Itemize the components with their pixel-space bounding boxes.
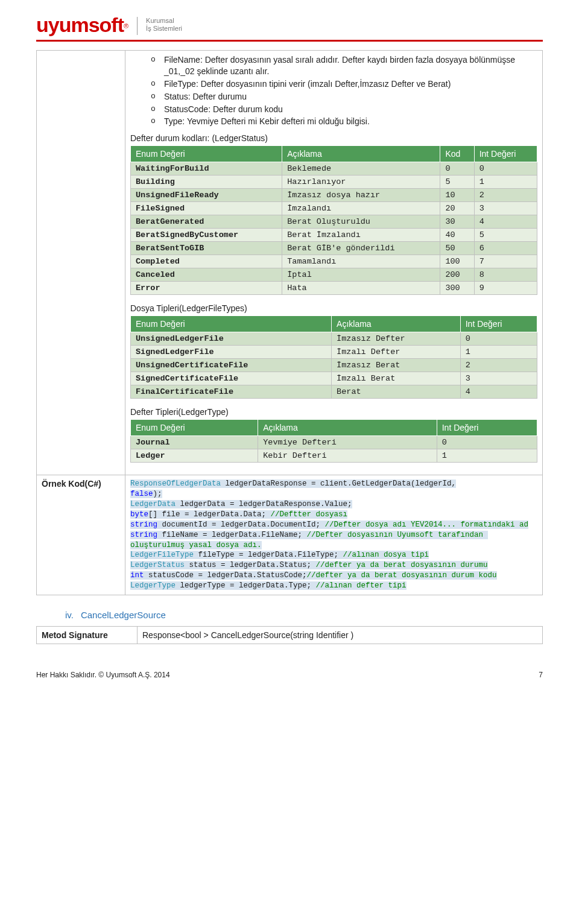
code-label: Örnek Kod(C#)	[37, 475, 125, 595]
code-token: //Deftter dosyası	[271, 510, 348, 519]
td: İmzasız Defter	[332, 332, 461, 346]
td: BeratSignedByCustomer	[131, 229, 282, 242]
td: İptal	[282, 268, 440, 282]
td: 9	[474, 282, 537, 295]
td: FinalCertificateFile	[131, 385, 332, 399]
td: UnsignedFileReady	[131, 189, 282, 202]
method-label: Metod Signature	[37, 626, 138, 644]
code-token: //defter ya da berat dosyasının durum ko…	[307, 571, 497, 580]
td: Error	[131, 282, 282, 295]
td: 30	[440, 215, 474, 229]
list-item: FileType: Defter dosyasının tipini verir…	[151, 78, 537, 90]
tagline-line2: İş Sistemleri	[146, 25, 182, 33]
td: 10	[440, 189, 474, 202]
td: Completed	[131, 255, 282, 268]
td: 50	[440, 242, 474, 255]
code-token: int	[130, 571, 144, 580]
td: 8	[474, 268, 537, 282]
tagline: Kurumsal İş Sistemleri	[146, 17, 182, 33]
th: Kod	[440, 146, 474, 162]
code-token: string	[130, 521, 157, 529]
code-token: byte	[130, 510, 148, 519]
td: 200	[440, 268, 474, 282]
td: Berat Oluşturuldu	[282, 215, 440, 229]
vertical-separator	[137, 17, 138, 35]
code-token: LedgerData	[130, 500, 176, 508]
brand-logo: uyumsoft	[36, 13, 124, 36]
ledger-type-table: Enum Değeri Açıklama Int Değeri JournalY…	[130, 419, 537, 463]
section-roman: iv.	[65, 610, 74, 620]
code-token: LedgerType	[130, 581, 176, 590]
th: Int Değeri	[474, 146, 537, 162]
td: BeratGenerated	[131, 215, 282, 229]
td: 0	[474, 162, 537, 176]
method-value: Response<bool > CancelLedgerSource(strin…	[138, 626, 543, 644]
code-block: ResponseOfLedgerData ledgerDataResponse …	[130, 479, 537, 591]
footer: Her Hakkı Saklıdır. © Uyumsoft A.Ş. 2014…	[36, 668, 543, 679]
td: 0	[437, 436, 537, 449]
code-token: //alınan dosya tipi	[343, 551, 429, 559]
code-token: status = ledgerData.Status;	[185, 561, 316, 569]
td: 4	[474, 215, 537, 229]
section-heading: iv.CancelLedgerSource	[65, 610, 543, 620]
td: Berat	[332, 385, 461, 399]
list-item: StatusCode: Defter durum kodu	[151, 104, 537, 115]
code-token: ledgerDataResponse = client.GetLedgerDat…	[221, 479, 456, 488]
desc-label-cell	[37, 51, 125, 475]
th: Enum Değeri	[131, 420, 258, 436]
td: 5	[440, 176, 474, 189]
td: BeratSentToGIB	[131, 242, 282, 255]
td: Berat GİB'e gönderildi	[282, 242, 440, 255]
footer-page-number: 7	[539, 671, 543, 679]
td: 40	[440, 229, 474, 242]
td: 3	[474, 202, 537, 215]
td: UnsignedCertificateFile	[131, 359, 332, 372]
th: Enum Değeri	[131, 316, 332, 332]
td: Tamamlandı	[282, 255, 440, 268]
code-token: statusCode = ledgerData.StatusCode;	[144, 571, 307, 580]
code-cell: ResponseOfLedgerData ledgerDataResponse …	[125, 475, 543, 595]
td: Ledger	[131, 449, 258, 463]
code-token: //alınan defter tipi	[316, 581, 407, 590]
td: 20	[440, 202, 474, 215]
td: SignedLedgerFile	[131, 346, 332, 359]
td: 1	[437, 449, 537, 463]
td: İmzalı Berat	[332, 372, 461, 385]
header-rule	[36, 40, 543, 42]
code-token: documentId = ledgerData.DocumentId;	[157, 521, 325, 529]
list-item: Status: Defter durumu	[151, 91, 537, 103]
ledger-status-title: Defter durum kodları: (LedgerStatus)	[130, 133, 537, 143]
main-content-table: FileName: Defter dosyasının yasal sıralı…	[36, 50, 543, 595]
tagline-line1: Kurumsal	[146, 17, 182, 25]
code-token: LedgerStatus	[130, 561, 185, 569]
desc-content-cell: FileName: Defter dosyasının yasal sıralı…	[125, 51, 543, 475]
th: Int Değeri	[437, 420, 537, 436]
bullet-list: FileName: Defter dosyasının yasal sıralı…	[130, 54, 537, 127]
td: Berat İmzalandı	[282, 229, 440, 242]
td: Beklemede	[282, 162, 440, 176]
file-types-table: Enum Değeri Açıklama Int Değeri Unsigned…	[130, 315, 537, 399]
code-token: ledgerType = ledgerData.Type;	[176, 581, 316, 590]
td: 3	[460, 372, 537, 385]
td: 6	[474, 242, 537, 255]
brand-block: uyumsoft®	[36, 14, 128, 35]
file-types-title: Dosya Tipleri(LedgerFileTypes)	[130, 303, 537, 313]
th: Açıklama	[332, 316, 461, 332]
td: WaitingForBuild	[131, 162, 282, 176]
td: 2	[460, 359, 537, 372]
code-token: ResponseOfLedgerData	[130, 479, 221, 488]
td: 0	[460, 332, 537, 346]
td: 7	[474, 255, 537, 268]
registered-icon: ®	[124, 22, 128, 30]
td: UnsignedLedgerFile	[131, 332, 332, 346]
td: 5	[474, 229, 537, 242]
td: 1	[460, 346, 537, 359]
th: Açıklama	[282, 146, 440, 162]
td: Yevmiye Defteri	[258, 436, 437, 449]
td: İmzalandı	[282, 202, 440, 215]
code-token: fileName = ledgerData.FileName;	[157, 531, 307, 539]
ledger-status-table: Enum Değeri Açıklama Kod Int Değeri Wait…	[130, 145, 537, 295]
td: SignedCertificateFile	[131, 372, 332, 385]
td: 100	[440, 255, 474, 268]
th: Int Değeri	[460, 316, 537, 332]
